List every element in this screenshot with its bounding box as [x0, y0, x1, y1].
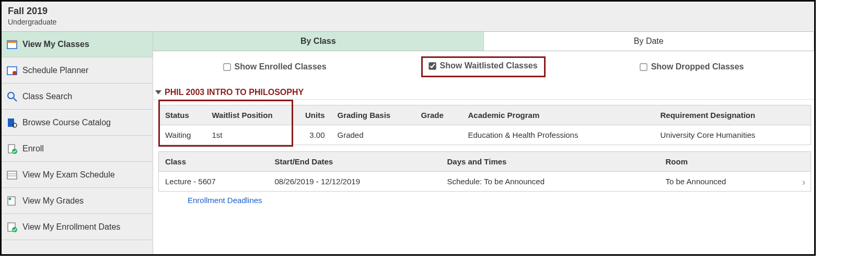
sidebar-item-view-grades[interactable]: View My Grades — [2, 188, 153, 214]
cell-room: To be Announced › — [659, 172, 811, 192]
svg-line-5 — [14, 98, 17, 101]
sidebar-item-exam-schedule[interactable]: View My Exam Schedule — [2, 162, 153, 188]
chevron-right-icon[interactable]: › — [802, 177, 805, 188]
filter-enrolled[interactable]: Show Enrolled Classes — [219, 60, 331, 74]
svg-rect-10 — [7, 171, 17, 179]
planner-icon — [7, 65, 17, 76]
checkbox-dropped[interactable] — [640, 63, 647, 70]
checkbox-waitlisted[interactable] — [429, 62, 436, 69]
checkbox-enrolled[interactable] — [223, 63, 230, 70]
sidebar-item-label: Enroll — [22, 144, 44, 153]
filter-label: Show Dropped Classes — [651, 62, 744, 72]
sidebar-item-enroll[interactable]: Enroll — [2, 136, 153, 162]
col-room: Room — [659, 152, 811, 172]
dates-icon — [7, 222, 17, 232]
sidebar-item-label: Schedule Planner — [22, 66, 88, 75]
filter-row: Show Enrolled Classes Show Waitlisted Cl… — [153, 51, 814, 82]
sidebar-item-label: View My Exam Schedule — [22, 170, 115, 180]
svg-point-4 — [8, 92, 14, 99]
enrollment-deadlines-row: Enrollment Deadlines — [158, 192, 811, 207]
enrollment-table: Status Waitlist Position Units Grading B… — [158, 105, 811, 145]
sidebar: View My Classes Schedule Planner Class S… — [2, 31, 153, 256]
col-days: Days and Times — [441, 152, 659, 172]
svg-point-3 — [13, 71, 17, 75]
sidebar-item-label: Class Search — [22, 92, 72, 101]
col-reqdes: Requirement Designation — [654, 105, 811, 125]
course-title: PHIL 2003 INTRO TO PHILOSOPHY — [165, 88, 304, 97]
cell-class: Lecture - 5607 — [159, 172, 269, 192]
career-level: Undergraduate — [8, 18, 808, 26]
page-header: Fall 2019 Undergraduate — [2, 2, 814, 31]
filter-label: Show Waitlisted Classes — [440, 61, 538, 70]
col-grading: Grading Basis — [331, 105, 415, 125]
tab-by-class[interactable]: By Class — [153, 32, 484, 51]
cell-grade — [415, 125, 462, 145]
main-content: By Class By Date Show Enrolled Classes S… — [153, 31, 814, 256]
cell-waitlist: 1st — [206, 125, 295, 145]
sidebar-item-class-search[interactable]: Class Search — [2, 84, 153, 110]
cell-reqdes: University Core Humanities — [654, 125, 811, 145]
term-title: Fall 2019 — [8, 6, 808, 17]
calendar-icon — [7, 39, 17, 50]
table-header-row: Status Waitlist Position Units Grading B… — [159, 105, 811, 125]
tab-by-date[interactable]: By Date — [484, 32, 815, 51]
sidebar-item-schedule-planner[interactable]: Schedule Planner — [2, 57, 153, 84]
cell-room-text: To be Announced — [666, 177, 726, 186]
svg-rect-6 — [8, 118, 14, 127]
col-program: Academic Program — [462, 105, 654, 125]
sidebar-item-enrollment-dates[interactable]: View My Enrollment Dates — [2, 214, 153, 240]
svg-point-14 — [9, 197, 11, 200]
filter-dropped[interactable]: Show Dropped Classes — [636, 60, 748, 74]
col-waitlist: Waitlist Position — [206, 105, 295, 125]
catalog-icon — [7, 117, 17, 128]
app-window: Fall 2019 Undergraduate View My Classes … — [0, 0, 816, 256]
col-units: Units — [295, 105, 331, 125]
view-tabs: By Class By Date — [153, 32, 814, 51]
cell-units: 3.00 — [295, 125, 331, 145]
cell-program: Education & Health Professions — [462, 125, 654, 145]
filter-label: Show Enrolled Classes — [235, 62, 327, 72]
table-row[interactable]: Lecture - 5607 08/26/2019 - 12/12/2019 S… — [159, 172, 811, 192]
search-icon — [7, 91, 17, 102]
svg-rect-1 — [7, 41, 17, 43]
cell-grading: Graded — [331, 125, 415, 145]
col-dates: Start/End Dates — [269, 152, 441, 172]
exam-icon — [7, 170, 17, 180]
collapse-triangle-icon[interactable] — [155, 90, 161, 94]
sidebar-item-label: View My Classes — [22, 40, 89, 49]
course-section-header: PHIL 2003 INTRO TO PHILOSOPHY — [153, 85, 814, 100]
sidebar-item-label: View My Grades — [22, 196, 84, 206]
enroll-icon — [7, 144, 17, 154]
filter-waitlisted[interactable]: Show Waitlisted Classes — [421, 56, 546, 77]
sidebar-item-label: View My Enrollment Dates — [22, 222, 120, 232]
sidebar-item-browse-catalog[interactable]: Browse Course Catalog — [2, 110, 153, 136]
col-grade: Grade — [415, 105, 462, 125]
table-row: Waiting 1st 3.00 Graded Education & Heal… — [159, 125, 811, 145]
cell-status: Waiting — [159, 125, 206, 145]
schedule-table: Class Start/End Dates Days and Times Roo… — [158, 151, 811, 192]
cell-dates: 08/26/2019 - 12/12/2019 — [269, 172, 441, 192]
col-class: Class — [159, 152, 269, 172]
grades-icon — [7, 196, 17, 206]
col-status: Status — [159, 105, 206, 125]
sidebar-item-view-my-classes[interactable]: View My Classes — [2, 31, 153, 57]
sidebar-item-label: Browse Course Catalog — [22, 118, 111, 127]
cell-days: Schedule: To be Announced — [441, 172, 659, 192]
table-header-row: Class Start/End Dates Days and Times Roo… — [159, 152, 811, 172]
enrollment-deadlines-link[interactable]: Enrollment Deadlines — [188, 196, 262, 205]
